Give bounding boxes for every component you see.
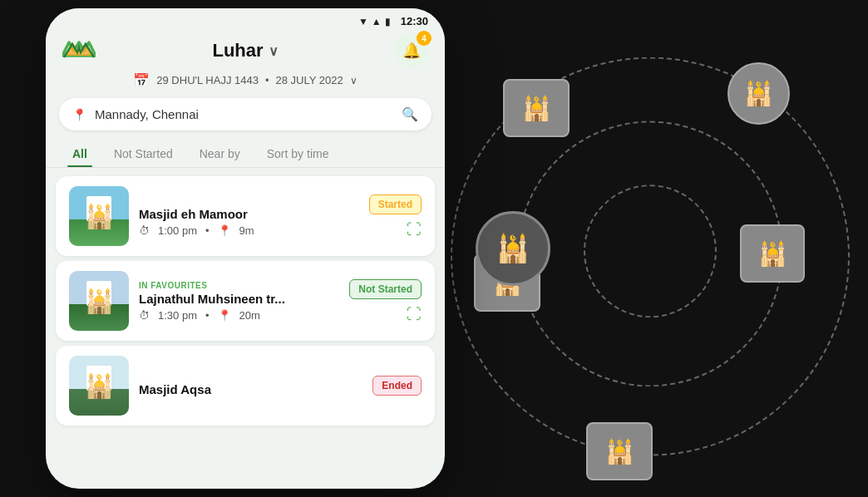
map-thumb-3: 🕌 bbox=[740, 224, 805, 283]
hijri-date: 29 DHU'L HAJJ 1443 bbox=[156, 74, 259, 86]
item-meta-2: ⏱ 1:30 pm • 📍 20m bbox=[139, 309, 339, 322]
phone-frame: ▼ ▲ ▮ 12:30 Luhar ∨ bbox=[46, 8, 445, 489]
search-bar[interactable]: 📍 🔍 bbox=[59, 98, 432, 130]
mosque-thumbnail-1 bbox=[69, 186, 129, 246]
city-dropdown-arrow[interactable]: ∨ bbox=[269, 43, 279, 59]
search-input[interactable] bbox=[95, 107, 393, 121]
notification-badge: 4 bbox=[417, 31, 432, 46]
center-circle: 🕌 bbox=[476, 211, 550, 286]
date-separator: • bbox=[265, 74, 269, 86]
signal-icon: ▲ bbox=[372, 16, 382, 27]
list-item-3[interactable]: - Masjid Aqsa Ended bbox=[56, 346, 435, 426]
navigate-icon-2[interactable]: ⛶ bbox=[407, 306, 422, 323]
logo-icon bbox=[62, 39, 96, 62]
status-badge-1: Started bbox=[369, 194, 422, 214]
status-bar: ▼ ▲ ▮ 12:30 bbox=[46, 8, 445, 31]
date-chevron-icon[interactable]: ∨ bbox=[350, 75, 358, 86]
mosque-thumbnail-3 bbox=[69, 356, 129, 416]
tab-not-started[interactable]: Not Started bbox=[101, 140, 186, 167]
item-distance-2: 20m bbox=[239, 309, 260, 322]
gregorian-date: 28 JULY 2022 bbox=[276, 74, 343, 86]
city-selector[interactable]: Luhar ∨ bbox=[212, 40, 278, 62]
navigate-icon-1[interactable]: ⛶ bbox=[407, 221, 422, 239]
bell-icon: 🔔 bbox=[402, 42, 421, 60]
mosque-thumbnail-2 bbox=[69, 271, 129, 331]
location-icon-1: 📍 bbox=[218, 224, 231, 237]
item-distance-1: 9m bbox=[239, 224, 254, 237]
status-time: 12:30 bbox=[401, 15, 428, 27]
location-icon-2: 📍 bbox=[218, 309, 231, 322]
dot-separator-1: • bbox=[205, 224, 210, 237]
map-thumb-1: 🕌 bbox=[503, 79, 570, 137]
map-visualization: 🕌 🕌 🕌 🕌 🕌 🕌 bbox=[432, 0, 868, 497]
tab-sort-time[interactable]: Sort by time bbox=[254, 140, 343, 167]
item-status-1: Started ⛶ bbox=[369, 194, 422, 239]
date-bar[interactable]: 📅 29 DHU'L HAJJ 1443 • 28 JULY 2022 ∨ bbox=[46, 67, 445, 93]
status-badge-2: Not Started bbox=[349, 279, 422, 299]
signal-icons: ▼ ▲ ▮ bbox=[358, 16, 391, 27]
map-thumb-5: 🕌 bbox=[586, 422, 653, 480]
item-time-2: 1:30 pm bbox=[158, 309, 197, 322]
inner-ring bbox=[584, 185, 717, 317]
item-meta-1: ⏱ 1:00 pm • 📍 9m bbox=[139, 224, 359, 237]
list-item-2[interactable]: IN FAVOURITES Lajnathul Muhsineen tr... … bbox=[56, 261, 435, 341]
dot-separator-2: • bbox=[205, 309, 210, 322]
map-thumb-2: 🕌 bbox=[727, 62, 790, 125]
clock-icon-1: ⏱ bbox=[139, 224, 150, 237]
calendar-icon: 📅 bbox=[133, 72, 150, 88]
phone-container: ▼ ▲ ▮ 12:30 Luhar ∨ bbox=[46, 8, 445, 489]
tab-all[interactable]: All bbox=[59, 140, 101, 167]
item-status-3: Ended bbox=[372, 376, 422, 396]
item-info-2: IN FAVOURITES Lajnathul Muhsineen tr... … bbox=[139, 281, 339, 322]
notification-button[interactable]: 🔔 4 bbox=[395, 34, 428, 67]
status-badge-3: Ended bbox=[372, 376, 422, 396]
item-time-1: 1:00 pm bbox=[158, 224, 197, 237]
item-info-1: - Masjid eh Mamoor ⏱ 1:00 pm • 📍 9m bbox=[139, 196, 359, 237]
clock-icon-2: ⏱ bbox=[139, 309, 150, 322]
list-item[interactable]: - Masjid eh Mamoor ⏱ 1:00 pm • 📍 9m Star… bbox=[56, 176, 435, 256]
city-name: Luhar bbox=[212, 40, 263, 62]
item-info-3: - Masjid Aqsa bbox=[139, 372, 362, 400]
item-name-2: Lajnathul Muhsineen tr... bbox=[139, 292, 339, 306]
item-name-1: Masjid eh Mamoor bbox=[139, 207, 359, 221]
mosque-list: - Masjid eh Mamoor ⏱ 1:00 pm • 📍 9m Star… bbox=[46, 168, 445, 434]
item-status-2: Not Started ⛶ bbox=[349, 279, 422, 323]
app-logo bbox=[62, 39, 96, 62]
filter-tabs: All Not Started Near by Sort by time bbox=[46, 135, 445, 168]
search-icon[interactable]: 🔍 bbox=[402, 106, 418, 122]
wifi-icon: ▼ bbox=[358, 16, 368, 27]
location-pin-icon: 📍 bbox=[72, 108, 86, 121]
app-header: Luhar ∨ 🔔 4 bbox=[46, 31, 445, 67]
item-name-3: Masjid Aqsa bbox=[139, 382, 362, 396]
battery-icon: ▮ bbox=[385, 16, 391, 27]
item-tag-2: IN FAVOURITES bbox=[139, 281, 339, 290]
tab-nearby[interactable]: Near by bbox=[186, 140, 254, 167]
